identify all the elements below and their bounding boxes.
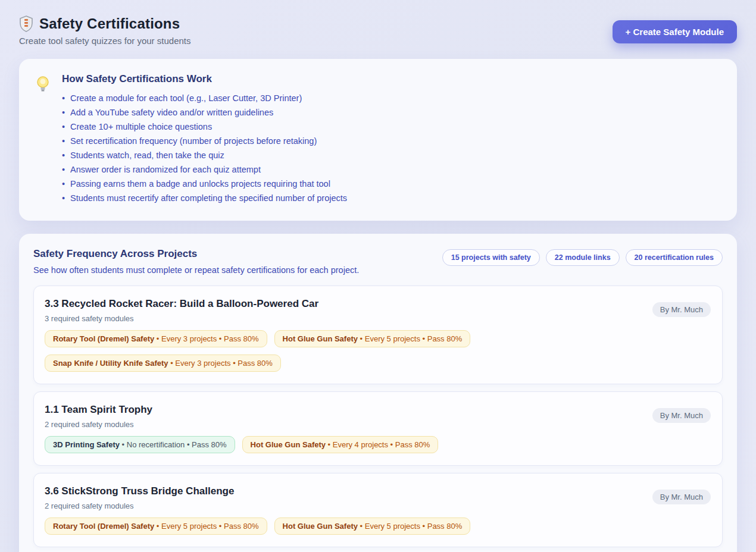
how-it-works-bullet: Students must recertify after completing… xyxy=(62,191,347,205)
how-it-works-bullet: Create a module for each tool (e.g., Las… xyxy=(62,91,347,105)
how-it-works-bullet: Answer order is randomized for each quiz… xyxy=(62,162,347,177)
project-title: 1.1 Team Spirit Trophy xyxy=(45,404,710,416)
how-it-works-bullet: Students watch, read, then take the quiz xyxy=(62,148,347,162)
stat-pill: 15 projects with safety xyxy=(442,249,540,266)
module-badge-row: 3D Printing Safety • No recertification … xyxy=(45,436,710,453)
module-badge: Hot Glue Gun Safety • Every 5 projects •… xyxy=(274,330,471,347)
module-badge: Hot Glue Gun Safety • Every 5 projects •… xyxy=(274,518,471,535)
module-badge-row: Rotary Tool (Dremel) Safety • Every 5 pr… xyxy=(45,518,710,535)
module-badge: Snap Knife / Utility Knife Safety • Ever… xyxy=(45,355,281,372)
author-badge: By Mr. Much xyxy=(652,408,711,423)
project-card[interactable]: 3.3 Recycled Rocket Racer: Build a Ballo… xyxy=(33,286,723,384)
page-title: Safety Certifications xyxy=(39,15,180,32)
project-modules-count: 2 required safety modules xyxy=(45,501,710,510)
module-badge-name: Rotary Tool (Dremel) Safety xyxy=(53,334,154,343)
page: Safety Certifications Create tool safety… xyxy=(0,0,756,552)
lightbulb-icon xyxy=(36,73,52,205)
frequency-title: Safety Frequency Across Projects xyxy=(33,248,359,260)
stats-pills: 15 projects with safety22 module links20… xyxy=(442,248,723,266)
how-it-works-content: How Safety Certifications Work Create a … xyxy=(62,73,347,205)
module-badge: Hot Glue Gun Safety • Every 4 projects •… xyxy=(242,436,439,453)
stat-pill: 20 recertification rules xyxy=(626,249,723,266)
author-badge: By Mr. Much xyxy=(652,302,711,317)
project-card[interactable]: 3.6 StickStrong Truss Bridge Challenge2 … xyxy=(33,473,723,547)
how-it-works-bullet: Create 10+ multiple choice questions xyxy=(62,120,347,134)
how-it-works-bullet: Passing earns them a badge and unlocks p… xyxy=(62,177,347,191)
module-badge: 3D Printing Safety • No recertification … xyxy=(45,436,235,453)
page-subtitle: Create tool safety quizzes for your stud… xyxy=(19,36,190,46)
header-left: Safety Certifications Create tool safety… xyxy=(19,15,190,46)
project-modules-count: 2 required safety modules xyxy=(45,420,710,429)
module-badge-name: Snap Knife / Utility Knife Safety xyxy=(53,359,168,368)
module-badge-name: Hot Glue Gun Safety xyxy=(283,522,358,531)
module-badge-name: Rotary Tool (Dremel) Safety xyxy=(53,522,154,531)
how-it-works-list: Create a module for each tool (e.g., Las… xyxy=(62,91,347,205)
stat-pill: 22 module links xyxy=(546,249,620,266)
module-badge-name: Hot Glue Gun Safety xyxy=(251,440,326,449)
module-badge-row: Rotary Tool (Dremel) Safety • Every 3 pr… xyxy=(45,330,710,372)
project-title: 3.3 Recycled Rocket Racer: Build a Ballo… xyxy=(45,298,710,310)
how-it-works-bullet: Set recertification frequency (number of… xyxy=(62,134,347,148)
how-it-works-bullet: Add a YouTube safety video and/or writte… xyxy=(62,105,347,120)
create-safety-module-button[interactable]: + Create Safety Module xyxy=(613,20,737,43)
project-list: 3.3 Recycled Rocket Racer: Build a Ballo… xyxy=(33,286,723,552)
frequency-heading: Safety Frequency Across Projects See how… xyxy=(33,248,359,286)
module-badge: Rotary Tool (Dremel) Safety • Every 3 pr… xyxy=(45,330,267,347)
author-badge: By Mr. Much xyxy=(652,490,711,504)
how-it-works-panel: How Safety Certifications Work Create a … xyxy=(19,59,737,221)
module-badge: Rotary Tool (Dremel) Safety • Every 5 pr… xyxy=(45,518,267,535)
frequency-subtitle: See how often students must complete or … xyxy=(33,265,359,275)
frequency-panel: Safety Frequency Across Projects See how… xyxy=(19,234,737,552)
module-badge-name: 3D Printing Safety xyxy=(53,440,120,449)
project-title: 3.6 StickStrong Truss Bridge Challenge xyxy=(45,485,710,497)
project-card[interactable]: 1.1 Team Spirit Trophy2 required safety … xyxy=(33,391,723,466)
project-modules-count: 3 required safety modules xyxy=(45,314,710,323)
module-badge-name: Hot Glue Gun Safety xyxy=(283,334,358,343)
how-it-works-title: How Safety Certifications Work xyxy=(62,73,347,85)
shield-icon xyxy=(19,15,33,32)
page-header: Safety Certifications Create tool safety… xyxy=(19,0,737,59)
